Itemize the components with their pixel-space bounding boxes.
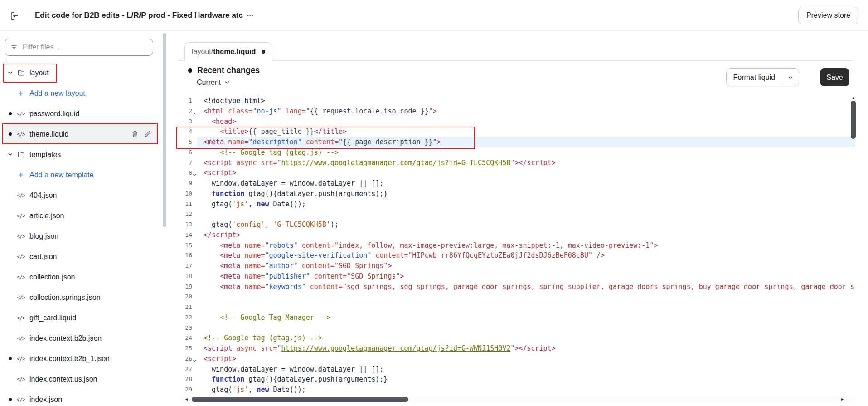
- sidebar: layout+Add a new layout</>password.liqui…: [0, 31, 170, 406]
- sidebar-item-index-context-b2b-json[interactable]: </>index.context.b2b.json: [5, 328, 157, 348]
- scroll-left-arrow[interactable]: ◄: [184, 397, 189, 401]
- code-line-19[interactable]: 19 <meta name="keywords" content="sgd sp…: [177, 282, 855, 292]
- horizontal-scroll-thumb[interactable]: [192, 397, 408, 402]
- code-file-icon: </>: [16, 274, 25, 280]
- sidebar-item-templates[interactable]: templates: [5, 144, 157, 165]
- code-editor[interactable]: 1<!doctype html>2<html class="no-js" lan…: [177, 96, 855, 395]
- fold-chevron-icon[interactable]: [193, 173, 197, 177]
- code-line-1[interactable]: 1<!doctype html>: [177, 96, 855, 106]
- sidebar-item-label: blog.json: [29, 232, 58, 240]
- sidebar-item-theme-liquid[interactable]: </>theme.liquid: [5, 124, 157, 144]
- sidebar-item-article-json[interactable]: </>article.json: [5, 205, 157, 226]
- preview-store-button[interactable]: Preview store: [798, 7, 858, 24]
- code-line-2[interactable]: 2<html class="no-js" lang="{{ request.lo…: [177, 106, 855, 117]
- code-line-20[interactable]: 20: [177, 292, 855, 302]
- trash-icon[interactable]: [131, 130, 139, 138]
- code-line-21[interactable]: 21: [177, 302, 855, 313]
- exit-button[interactable]: [8, 9, 21, 23]
- fold-chevron-icon[interactable]: [193, 111, 197, 115]
- sidebar-item-blog-json[interactable]: </>blog.json: [5, 226, 157, 246]
- sidebar-item-index-context-b2b-1-json[interactable]: </>index.context.b2b_1.json: [5, 348, 157, 369]
- sidebar-item-cart-json[interactable]: </>cart.json: [5, 246, 157, 267]
- vertical-scrollbar[interactable]: ▲: [851, 96, 856, 395]
- code-line-29[interactable]: 29 gtag('js', new Date());: [177, 385, 855, 395]
- horizontal-scrollbar[interactable]: ◄ ►: [181, 396, 854, 403]
- editor-actions: Format liquid Save: [726, 68, 849, 86]
- line-number: 14: [177, 230, 197, 240]
- line-number: 5: [177, 137, 197, 147]
- code-file-icon: </>: [16, 376, 25, 382]
- code-line-15[interactable]: 15 <meta name="robots" content="index, f…: [177, 240, 855, 251]
- scroll-up-arrow[interactable]: ▲: [851, 96, 856, 100]
- code-line-12[interactable]: 12: [177, 209, 855, 220]
- sidebar-item-label: collection.springs.json: [29, 293, 101, 302]
- code-line-11[interactable]: 11 gtag('js', new Date());: [177, 199, 855, 210]
- sidebar-item-password-liquid[interactable]: </>password.liquid: [5, 103, 157, 124]
- exit-icon: [10, 11, 19, 21]
- code-line-26[interactable]: 26<script>: [177, 354, 855, 364]
- more-actions-button[interactable]: [243, 10, 257, 21]
- code-line-25[interactable]: 25<script async src="https://www.googlet…: [177, 343, 855, 354]
- sidebar-item-layout[interactable]: layout: [5, 63, 157, 83]
- code-line-18[interactable]: 18 <meta name="publisher" content="SGD S…: [177, 271, 855, 282]
- save-button[interactable]: Save: [820, 68, 849, 86]
- code-text: <meta name="description" content="{{ pag…: [197, 137, 855, 147]
- version-dropdown[interactable]: Current: [194, 78, 233, 87]
- sidebar-item-gift-card-liquid[interactable]: </>gift_card.liquid: [5, 308, 157, 328]
- code-text: <script>: [197, 168, 855, 178]
- tab-path-prefix: layout/: [192, 48, 213, 56]
- sidebar-item-collection-springs-json[interactable]: </>collection.springs.json: [5, 287, 157, 308]
- fold-chevron-icon[interactable]: [193, 359, 197, 363]
- code-line-28[interactable]: 28 function gtag(){dataLayer.push(argume…: [177, 374, 855, 385]
- filter-files-input[interactable]: [22, 43, 147, 52]
- sidebar-item-collection-json[interactable]: </>collection.json: [5, 267, 157, 287]
- code-line-5[interactable]: 5<meta name="description" content="{{ pa…: [177, 137, 855, 147]
- scroll-right-arrow[interactable]: ►: [840, 397, 844, 401]
- code-line-8[interactable]: 8<script>: [177, 168, 855, 178]
- code-line-24[interactable]: 24<!-- Google tag (gtag.js) -->: [177, 333, 855, 343]
- sidebar-item-index-json[interactable]: </>index.json: [5, 389, 157, 406]
- sidebar-item-add-a-new-layout[interactable]: +Add a new layout: [5, 83, 157, 103]
- version-label: Current: [197, 78, 221, 87]
- code-line-16[interactable]: 16 <meta name="google-site-verification"…: [177, 250, 855, 261]
- line-number: 17: [177, 261, 197, 271]
- code-line-3[interactable]: 3 <head>: [177, 117, 855, 127]
- tab-layout-theme-liquid[interactable]: layout/theme.liquid: [184, 42, 272, 61]
- chevron-down-icon[interactable]: [7, 152, 13, 157]
- chevron-down-icon: [224, 80, 230, 85]
- sidebar-item-404-json[interactable]: </>404.json: [5, 185, 157, 205]
- code-line-6[interactable]: 6 <!-- Google tag (gtag.js) -->: [177, 147, 855, 158]
- modified-dot: [7, 112, 13, 115]
- page-title: Edit code for B2B edits - L/R/P prod - F…: [35, 0, 243, 31]
- sidebar-item-add-a-new-template[interactable]: +Add a new template: [5, 165, 157, 185]
- topbar: Edit code for B2B edits - L/R/P prod - F…: [0, 0, 868, 31]
- code-file-icon: </>: [16, 356, 25, 362]
- sidebar-item-label: theme.liquid: [29, 130, 68, 138]
- line-number: 25: [177, 343, 197, 354]
- chevron-down-icon[interactable]: [7, 70, 13, 75]
- filter-files-field[interactable]: [5, 39, 153, 56]
- code-line-27[interactable]: 27 window.dataLayer = window.dataLayer |…: [177, 364, 855, 375]
- code-text: <script async src="https://www.googletag…: [197, 158, 855, 168]
- format-liquid-menu-button[interactable]: [782, 69, 799, 86]
- sidebar-item-index-context-us-json[interactable]: </>index.context.us.json: [5, 369, 157, 389]
- code-line-9[interactable]: 9 window.dataLayer = window.dataLayer ||…: [177, 178, 855, 189]
- code-file-icon: </>: [16, 294, 25, 301]
- code-line-7[interactable]: 7<script async src="https://www.googleta…: [177, 158, 855, 168]
- format-liquid-button[interactable]: Format liquid: [727, 69, 782, 86]
- code-line-14[interactable]: 14</script>: [177, 230, 855, 240]
- line-number: 1: [177, 96, 197, 106]
- vertical-scroll-thumb[interactable]: [851, 101, 856, 139]
- pencil-icon[interactable]: [144, 130, 151, 138]
- code-line-10[interactable]: 10 function gtag(){dataLayer.push(argume…: [177, 189, 855, 199]
- sidebar-item-label: Add a new template: [29, 171, 93, 179]
- code-line-4[interactable]: 4 <title>{{ page_title }}</title>: [177, 127, 855, 137]
- code-line-17[interactable]: 17 <meta name="author" content="SGD Spri…: [177, 261, 855, 271]
- code-line-23[interactable]: 23: [177, 323, 855, 333]
- code-line-22[interactable]: 22 <!-- Google Tag Manager -->: [177, 313, 855, 323]
- line-number: 23: [177, 323, 197, 333]
- filter-icon: [10, 44, 18, 51]
- code-line-13[interactable]: 13 gtag('config', 'G-TLC5CQKH5B');: [177, 220, 855, 230]
- sidebar-item-label: password.liquid: [29, 110, 79, 118]
- sidebar-scrollbar-thumb[interactable]: [163, 33, 166, 227]
